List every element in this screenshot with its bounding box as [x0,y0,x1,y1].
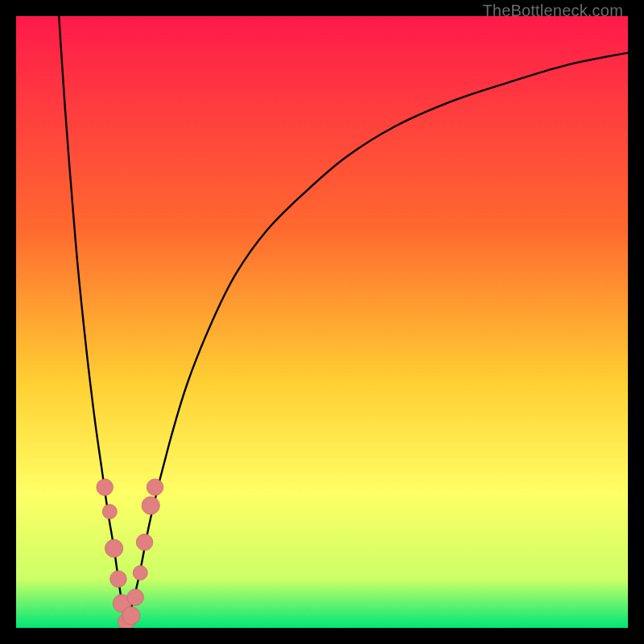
data-marker [136,534,153,551]
data-marker [133,566,147,580]
gradient-background [16,16,628,628]
data-marker [147,479,163,496]
chart-frame [16,16,628,628]
data-marker [97,479,114,496]
watermark-text: TheBottleneck.com [482,2,623,20]
data-marker [122,607,140,625]
data-marker [102,505,117,519]
bottleneck-chart [16,16,628,628]
data-marker [105,539,122,557]
data-marker [142,497,159,514]
data-marker [110,571,127,588]
data-marker [127,589,144,606]
